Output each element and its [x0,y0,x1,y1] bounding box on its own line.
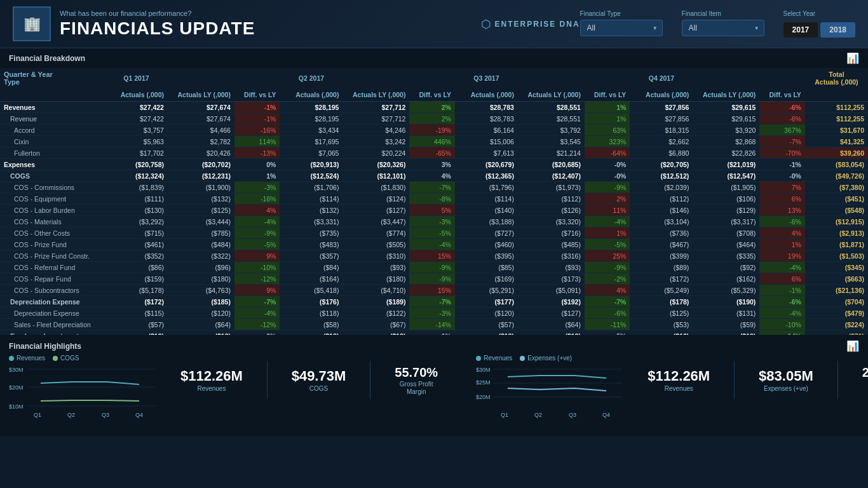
table-row-cell: $112,255 [805,102,868,113]
table-row-cell: ($114) [455,193,518,205]
metric2-revenues-label: Revenues [665,385,693,392]
table-row-cell: ($127) [518,308,585,319]
financial-item-select-wrapper[interactable]: All [682,20,764,36]
table-row-cell: ($7,380) [805,182,868,193]
table-row-cell: ($49,726) [805,170,868,182]
building-icon: 🏢 [24,16,41,32]
table-row-cell: ($464) [693,239,759,250]
breakdown-chart-icon[interactable]: 📊 [846,52,859,64]
table-row: Revenue$27,422$27,674-1%$28,195$27,7122%… [0,113,868,125]
chart1-legend: Revenues COGS [9,355,161,362]
legend2-expenses-label: Expenses (+ve) [527,355,572,362]
table-row-cell: ($735) [280,227,342,239]
table-row-cell: ($176) [280,296,342,308]
table-row-cell: -6% [759,296,804,308]
table-row-name: Accord [0,125,105,136]
table-row-cell: ($132) [280,205,342,216]
table-row-cell: ($322) [168,250,234,262]
table-row-cell: $29,615 [693,102,759,113]
table-row-cell: $3,792 [518,125,585,136]
col-subheader-q4ly: Actuals LY (,000) [693,88,759,102]
table-row: COS - Prize Fund Constr.($352)($322)9%($… [0,250,868,262]
table-row-cell: $22,826 [693,147,759,159]
table-row-cell: ($3,447) [342,216,409,227]
svg-text:Q4: Q4 [602,412,610,418]
table-row-cell: ($12,915) [805,216,868,227]
financial-type-select[interactable]: All [580,20,663,36]
table-row-cell: 4% [409,170,454,182]
table-row-cell: ($1,830) [342,182,409,193]
table-row-cell: -64% [585,147,630,159]
table-row-cell: $112,255 [805,113,868,125]
header-title: FINANCIALS UPDATE [60,18,468,39]
table-row-cell: ($2,039) [630,182,693,193]
table-row-cell: -1% [234,113,280,125]
table-row: Expenses($20,758)($20,702)0%($20,913)($2… [0,159,868,170]
table-row-cell: -0% [585,159,630,170]
table-row-cell: -7% [585,296,630,308]
table-row-cell: $27,712 [342,113,409,125]
header-controls: Financial Type All Financial Item All Se… [580,10,855,37]
legend-revenues-dot [9,356,14,361]
table-row-cell: ($3,317) [693,216,759,227]
table-row-cell: ($20,685) [518,159,585,170]
col-header-q4: Q4 2017 [630,68,693,88]
metric-expenses-label: Expenses (+ve) [764,385,808,392]
table-row-cell: ($120) [168,308,234,319]
table-row-cell: -4% [409,239,454,250]
col-subheader-q1ly: Actuals LY (,000) [168,88,234,102]
table-row: Employee Investment($19)($19)-0%($18)($1… [0,330,868,336]
financial-type-select-wrapper[interactable]: All [580,20,663,36]
highlights-content: Revenues COGS $30M $20M $10M Q1 Q2 Q3 Q4 [0,352,868,436]
highlights-title: Financial Highlights [9,342,81,351]
table-row-cell: ($130) [105,205,168,216]
table-row: COS - Subcontractors($5,178)($4,763)9%($… [0,285,868,296]
col-header-total: TotalActuals (,000) [805,68,868,88]
table-row-cell: ($345) [805,262,868,273]
table-row-cell: -6% [759,216,804,227]
financial-item-select[interactable]: All [682,20,764,36]
legend2-revenues-label: Revenues [484,355,512,362]
year-2018-button[interactable]: 2018 [820,22,855,37]
table-row-cell: ($505) [342,239,409,250]
table-row-cell: -6% [759,113,804,125]
col-subheader-q1a: Actuals (,000) [105,88,168,102]
year-control: Select Year 2017 2018 [783,10,855,37]
table-row-cell: ($16) [630,330,693,336]
metrics-left: $112.26M Revenues $49.73M COGS 55.70% Gr… [168,355,451,405]
table-row-cell: ($1,900) [168,182,234,193]
edna-icon: ⬡ [481,17,491,31]
highlights-chart-icon[interactable]: 📊 [846,340,859,352]
table-row-cell: $7,613 [455,147,518,159]
table-row-cell: ($89) [630,262,693,273]
table-row-cell: -1% [759,159,804,170]
metric-gpm-value: 55.70% [395,365,438,380]
table-row-cell: -7% [409,182,454,193]
table-row-cell: ($18) [455,330,518,336]
svg-text:Q3: Q3 [569,412,576,418]
table-row-cell: $3,545 [518,136,585,147]
table-row-cell: ($483) [280,239,342,250]
table-row-cell: ($399) [630,250,693,262]
table-row: COS - Prize Fund($461)($484)-5%($483)($5… [0,239,868,250]
table-row: COS - Repair Fund($159)($180)-12%($164)(… [0,273,868,285]
table-row-name: COS - Materials [0,216,105,227]
table-row-cell: $31,670 [805,125,868,136]
table-row-cell: ($704) [805,296,868,308]
table-row-cell: $28,783 [455,113,518,125]
table-row-cell: $27,674 [168,102,234,113]
table-row-cell: ($125) [168,205,234,216]
table-header-row2: Actuals (,000) Actuals LY (,000) Diff. v… [0,88,868,102]
table-row-cell: ($12,524) [280,170,342,182]
table-row-cell: ($12,324) [105,170,168,182]
table-row-cell: ($112) [630,193,693,205]
table-row-name: COS - Other Costs [0,227,105,239]
table-row-cell: 114% [234,136,280,147]
financial-table-wrapper[interactable]: Quarter & YearType Q1 2017 Q2 2017 Q3 20… [0,68,868,335]
table-row-cell: $39,260 [805,147,868,159]
svg-text:Q1: Q1 [34,412,41,418]
legend2-revenues-dot [476,356,481,361]
year-2017-button[interactable]: 2017 [783,22,818,37]
table-row-cell: $27,422 [105,102,168,113]
financial-type-control: Financial Type All [580,10,663,36]
